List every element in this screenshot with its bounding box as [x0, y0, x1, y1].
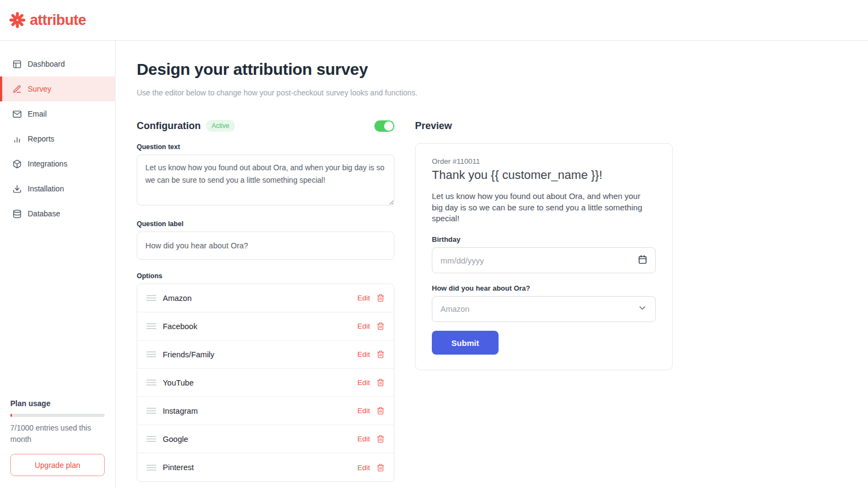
plan-usage-progress-fill [10, 414, 12, 417]
configuration-heading: Configuration [137, 120, 201, 132]
source-select[interactable]: Amazon [432, 296, 656, 322]
edit-option-button[interactable]: Edit [358, 294, 370, 302]
delete-option-icon[interactable] [376, 294, 385, 302]
birthday-date-field[interactable] [432, 247, 656, 273]
sidebar-item-database[interactable]: Database [0, 201, 115, 226]
plan-usage-title: Plan usage [10, 399, 105, 408]
sidebar-item-label: Email [28, 110, 47, 118]
sidebar-item-label: Integrations [28, 159, 67, 168]
download-icon [12, 184, 22, 194]
delete-option-icon[interactable] [376, 378, 385, 387]
edit-option-button[interactable]: Edit [358, 407, 370, 415]
sidebar: Dashboard Survey Email [0, 41, 116, 488]
option-name: Google [163, 435, 188, 444]
delete-option-icon[interactable] [376, 322, 385, 330]
edit-option-button[interactable]: Edit [358, 322, 370, 330]
plan-usage-panel: Plan usage 7/1000 entries used this mont… [0, 390, 115, 488]
app-logo[interactable]: attribute [9, 11, 86, 29]
calendar-icon[interactable] [638, 255, 647, 266]
option-name: YouTube [163, 378, 194, 387]
drag-handle-icon[interactable] [146, 435, 156, 442]
drag-handle-icon[interactable] [146, 407, 156, 414]
drag-handle-icon[interactable] [146, 294, 156, 301]
sidebar-item-integrations[interactable]: Integrations [0, 151, 115, 176]
status-badge: Active [206, 120, 235, 132]
birthday-label: Birthday [432, 235, 656, 243]
preview-heading: Preview [415, 120, 452, 132]
database-icon [12, 209, 22, 219]
bar-chart-icon [12, 134, 22, 144]
option-row: YouTube Edit [137, 369, 394, 397]
delete-option-icon[interactable] [376, 435, 385, 443]
chevron-down-icon [637, 303, 647, 315]
option-row: Pinterest Edit [137, 453, 394, 481]
dashboard-icon [12, 60, 22, 69]
upgrade-plan-button[interactable]: Upgrade plan [10, 454, 105, 476]
options-list: Amazon Edit Facebook [137, 284, 394, 482]
option-row: Instagram Edit [137, 397, 394, 425]
delete-option-icon[interactable] [376, 350, 385, 358]
page-title: Design your attribution survey [137, 60, 868, 79]
delete-option-icon[interactable] [376, 464, 385, 472]
question-text-label: Question text [137, 143, 394, 151]
option-name: Amazon [163, 294, 192, 303]
plan-usage-text: 7/1000 entries used this month [10, 422, 100, 446]
edit-option-button[interactable]: Edit [358, 435, 370, 443]
top-header: attribute [0, 0, 868, 41]
question-label-label: Question label [137, 220, 394, 228]
drag-handle-icon[interactable] [146, 351, 156, 358]
option-row: Amazon Edit [137, 284, 394, 312]
option-row: Facebook Edit [137, 312, 394, 341]
configuration-panel: Configuration Active Question text Let u… [137, 119, 394, 482]
toggle-knob [384, 121, 393, 131]
drag-handle-icon[interactable] [146, 323, 156, 330]
pencil-icon [12, 85, 22, 94]
sidebar-item-reports[interactable]: Reports [0, 126, 115, 151]
birthday-date-input[interactable] [441, 256, 638, 265]
sidebar-item-label: Survey [28, 85, 52, 93]
option-name: Facebook [163, 322, 197, 331]
preview-card: Order #110011 Thank you {{ customer_name… [415, 143, 673, 370]
options-label: Options [137, 272, 394, 280]
survey-active-toggle[interactable] [374, 120, 394, 132]
asterisk-flower-icon [9, 11, 26, 29]
sidebar-item-installation[interactable]: Installation [0, 176, 115, 201]
edit-option-button[interactable]: Edit [358, 464, 370, 472]
sidebar-item-dashboard[interactable]: Dashboard [0, 52, 115, 76]
edit-option-button[interactable]: Edit [358, 350, 370, 358]
drag-handle-icon[interactable] [146, 379, 156, 386]
preview-question-label: How did you hear about Ora? [432, 284, 656, 292]
question-label-input[interactable] [137, 232, 394, 260]
delete-option-icon[interactable] [376, 407, 385, 415]
sidebar-item-email[interactable]: Email [0, 101, 115, 126]
page-subtitle: Use the editor below to change how your … [137, 88, 868, 97]
sidebar-item-label: Installation [28, 184, 64, 193]
drag-handle-icon[interactable] [146, 464, 156, 471]
option-name: Friends/Family [163, 350, 214, 359]
option-row: Google Edit [137, 425, 394, 453]
envelope-icon [12, 110, 22, 119]
order-number: Order #110011 [432, 157, 656, 165]
sidebar-item-survey[interactable]: Survey [0, 76, 115, 101]
sidebar-item-label: Database [28, 209, 60, 218]
cube-icon [12, 159, 22, 169]
main-content: Design your attribution survey Use the e… [116, 41, 868, 488]
preview-panel: Preview Order #110011 Thank you {{ custo… [415, 119, 673, 482]
option-row: Friends/Family Edit [137, 341, 394, 369]
selected-option: Amazon [441, 305, 637, 313]
preview-title: Thank you {{ customer_name }}! [432, 168, 656, 182]
option-name: Pinterest [163, 463, 194, 472]
sidebar-item-label: Reports [28, 134, 54, 143]
submit-button[interactable]: Submit [432, 331, 499, 355]
option-name: Instagram [163, 407, 197, 415]
preview-description: Let us know how you found out about Ora,… [432, 191, 652, 224]
logo-text: attribute [30, 12, 86, 29]
sidebar-item-label: Dashboard [28, 60, 65, 68]
plan-usage-progress-track [10, 414, 105, 417]
edit-option-button[interactable]: Edit [358, 378, 370, 387]
question-text-input[interactable]: Let us know how you found out about Ora,… [137, 155, 394, 206]
